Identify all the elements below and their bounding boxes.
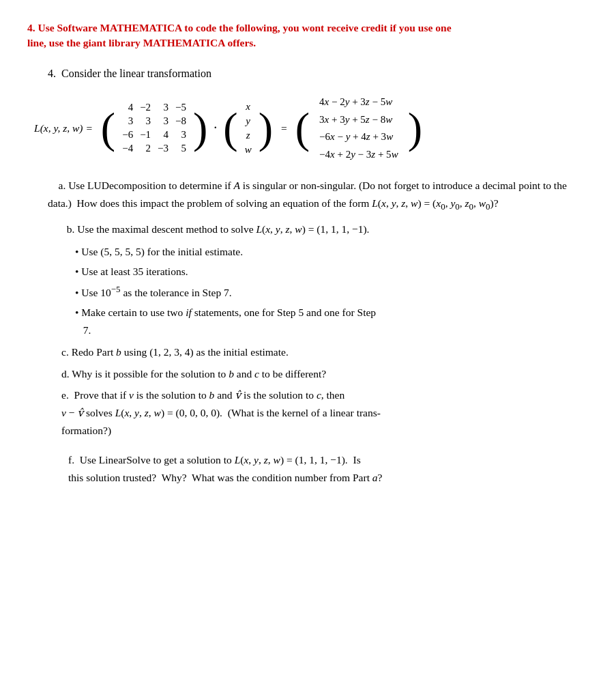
matrix-equation: L(x, y, z, w) = ( 4−23−5 333−8 −6−143 −4… [34,92,589,165]
problem-4-label: 4. Consider the linear transformation [48,68,589,80]
part-f-text: f. Use LinearSolve to get a solution to … [68,451,589,486]
dot-product: · [214,120,217,136]
part-c-text: c. Redo Part b using (1, 2, 3, 4) as the… [61,343,589,361]
matrix-A-right-paren: ) [193,109,207,148]
equals-sign: = [281,122,287,134]
bullet-2: Use at least 35 iterations. [75,263,589,281]
part-b-text: b. Use the maximal descent method to sol… [61,220,589,238]
header-line1: 4. Use Software MATHEMATICA to code the … [27,22,452,33]
problem-header: 4. Use Software MATHEMATICA to code the … [27,20,589,51]
bullet-list: Use (5, 5, 5, 5) for the initial estimat… [75,243,589,339]
bullet-4: Make certain to use two if statements, o… [75,304,589,340]
bullet-3: Use 10−5 as the tolerance in Step 7. [75,282,589,302]
result-right-paren: ) [408,109,422,148]
bullet-1: Use (5, 5, 5, 5) for the initial estimat… [75,243,589,261]
part-a-text: a. Use LUDecomposition to determine if A… [48,177,589,214]
result-left-paren: ( [295,109,310,148]
result-vector: 4x − 2y + 3z − 5w 3x + 3y + 5z − 8w −6x … [314,92,404,165]
vector-x-right-paren: ) [259,109,273,148]
vector-x: x y z w [242,99,254,158]
matrix-A: 4−23−5 333−8 −6−143 −42−35 [119,100,189,156]
vector-x-left-paren: ( [223,109,237,148]
matrix-A-left-paren: ( [101,109,115,148]
part-d-text: d. Why is it possible for the solution t… [61,365,589,383]
L-label: L(x, y, z, w) = [34,122,93,134]
part-e-text: e. Prove that if v is the solution to b … [61,386,589,439]
header-line2: line, use the giant library MATHEMATICA … [27,37,256,48]
